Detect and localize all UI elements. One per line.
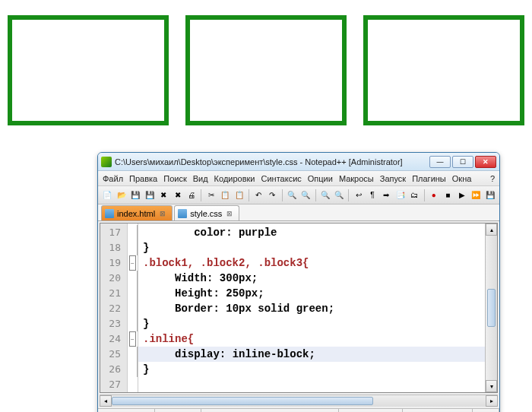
- menu-поиск[interactable]: Поиск: [163, 174, 186, 183]
- find-icon[interactable]: 🔍: [286, 189, 298, 202]
- save-macro-icon[interactable]: 💾: [484, 189, 496, 202]
- fold-marker[interactable]: −: [128, 255, 138, 271]
- code-line[interactable]: }: [138, 240, 485, 255]
- fold-marker: [128, 271, 138, 286]
- menu-окна[interactable]: Окна: [452, 174, 472, 183]
- fold-marker: [128, 362, 138, 377]
- open-file-icon[interactable]: 📂: [115, 189, 127, 202]
- tab-close-icon[interactable]: ⊠: [226, 210, 233, 217]
- show-chars-icon[interactable]: ¶: [366, 189, 378, 202]
- code-line[interactable]: [138, 377, 485, 392]
- status-mode: INS: [473, 409, 499, 412]
- indent-icon[interactable]: ➡: [380, 189, 392, 202]
- close-button[interactable]: ✕: [475, 156, 496, 168]
- titlebar: C:\Users\михаил\Desktop\эксперимент\styl…: [98, 153, 499, 171]
- new-file-icon[interactable]: 📄: [101, 189, 113, 202]
- zoom-in-icon[interactable]: 🔍: [318, 189, 331, 202]
- paste-icon[interactable]: 📋: [233, 189, 245, 202]
- code-line[interactable]: color: purple: [138, 225, 485, 240]
- scroll-right-icon[interactable]: ▸: [486, 395, 498, 407]
- close-file-icon[interactable]: ✖: [157, 189, 169, 202]
- status-length: length : 434: [98, 409, 155, 412]
- zoom-out-icon[interactable]: 🔍: [333, 189, 345, 202]
- fold-marker[interactable]: −: [128, 331, 138, 347]
- tab-close-icon[interactable]: ⊠: [160, 210, 166, 217]
- menu-кодировки[interactable]: Кодировки: [214, 174, 255, 183]
- menu-правка[interactable]: Правка: [129, 174, 157, 183]
- play-macro-icon[interactable]: ▶: [456, 189, 468, 202]
- replace-icon[interactable]: 🔍: [299, 189, 312, 202]
- tab-style-css[interactable]: style.css⊠: [174, 205, 239, 220]
- fold-marker: [128, 301, 138, 316]
- menu-макросы[interactable]: Макросы: [339, 174, 374, 183]
- wrap-icon[interactable]: ↩: [352, 189, 364, 202]
- function-list-icon[interactable]: 📑: [394, 189, 407, 202]
- code-line[interactable]: display: inline-block;: [138, 347, 485, 362]
- line-number: 27: [100, 377, 127, 392]
- scroll-down-icon[interactable]: ▾: [486, 380, 497, 392]
- scroll-thumb[interactable]: [112, 397, 373, 405]
- save-all-icon[interactable]: 💾: [143, 189, 155, 202]
- fold-gutter: −−: [128, 223, 138, 392]
- maximize-button[interactable]: ☐: [452, 156, 473, 168]
- toolbar: 📄 📂 💾 💾 ✖ ✖ 🖨 ✂ 📋 📋 ↶ ↷ 🔍 🔍 🔍 🔍 ↩ ¶ ➡ 📑 …: [98, 186, 499, 204]
- menu-запуск[interactable]: Запуск: [380, 174, 406, 183]
- record-macro-icon[interactable]: ●: [428, 189, 440, 202]
- scroll-thumb[interactable]: [487, 289, 496, 327]
- code-line[interactable]: Border: 10px solid green;: [138, 301, 485, 316]
- tab-bar: index.html⊠style.css⊠: [98, 204, 499, 221]
- code-line[interactable]: .inline{: [138, 331, 485, 347]
- menubar: ФайлПравкаПоискВидКодировкиСинтаксисОпци…: [98, 171, 499, 186]
- save-icon[interactable]: 💾: [129, 189, 141, 202]
- run-multiple-icon[interactable]: ⏩: [470, 189, 482, 202]
- code-area[interactable]: color: purple}.block1, .block2, .block3{…: [138, 223, 485, 392]
- line-number: 20: [100, 271, 127, 286]
- toolbar-separator: [315, 189, 316, 201]
- code-line[interactable]: }: [138, 362, 485, 377]
- fold-marker: [128, 377, 138, 392]
- statusbar: length : 434 lines : 27 Ln : 25 Col : 27…: [98, 408, 499, 412]
- tab-label: index.html: [117, 209, 155, 218]
- line-gutter: 1718192021222324252627: [100, 223, 128, 392]
- toolbar-separator: [201, 189, 201, 201]
- menu-синтаксис[interactable]: Синтаксис: [261, 174, 302, 183]
- status-eol: Dos\Windows: [339, 409, 403, 412]
- scroll-track[interactable]: [112, 395, 486, 407]
- menu-вид[interactable]: Вид: [193, 174, 208, 183]
- line-number: 18: [100, 240, 127, 255]
- code-line[interactable]: }: [138, 316, 485, 331]
- line-number: 23: [100, 316, 127, 331]
- menu-файл[interactable]: Файл: [103, 174, 123, 183]
- horizontal-scrollbar[interactable]: ◂ ▸: [100, 395, 498, 407]
- code-line[interactable]: Height: 250px;: [138, 286, 485, 301]
- doc-map-icon[interactable]: 🗂: [408, 189, 420, 202]
- menu-плагины[interactable]: Плагины: [412, 174, 446, 183]
- status-position: Ln : 25 Col : 27 Sel : 0 | 0: [201, 409, 339, 412]
- line-number: 17: [100, 225, 127, 240]
- tab-index-html[interactable]: index.html⊠: [101, 205, 173, 220]
- scroll-up-icon[interactable]: ▴: [486, 223, 497, 236]
- line-number: 24: [100, 331, 127, 347]
- menu-опции[interactable]: Опции: [308, 174, 333, 183]
- app-icon: [101, 157, 112, 167]
- redo-icon[interactable]: ↷: [266, 189, 278, 202]
- stop-macro-icon[interactable]: ■: [442, 189, 454, 202]
- print-icon[interactable]: 🖨: [185, 189, 198, 202]
- minimize-button[interactable]: —: [429, 156, 451, 168]
- scroll-left-icon[interactable]: ◂: [100, 395, 112, 407]
- block1: [8, 15, 169, 125]
- close-all-icon[interactable]: ✖: [171, 189, 183, 202]
- fold-marker: [128, 240, 138, 255]
- cut-icon[interactable]: ✂: [204, 189, 217, 202]
- code-line[interactable]: Width: 300px;: [138, 271, 485, 286]
- line-number: 22: [100, 301, 127, 316]
- window-controls: — ☐ ✕: [429, 156, 496, 168]
- undo-icon[interactable]: ↶: [252, 189, 264, 202]
- fold-marker: [128, 225, 138, 240]
- window-title: C:\Users\михаил\Desktop\эксперимент\styl…: [115, 157, 429, 166]
- code-line[interactable]: .block1, .block2, .block3{: [138, 255, 485, 271]
- copy-icon[interactable]: 📋: [219, 189, 231, 202]
- menu-help[interactable]: ?: [490, 174, 495, 183]
- notepadpp-window: C:\Users\михаил\Desktop\эксперимент\styl…: [97, 152, 500, 412]
- vertical-scrollbar[interactable]: ▴ ▾: [485, 223, 497, 392]
